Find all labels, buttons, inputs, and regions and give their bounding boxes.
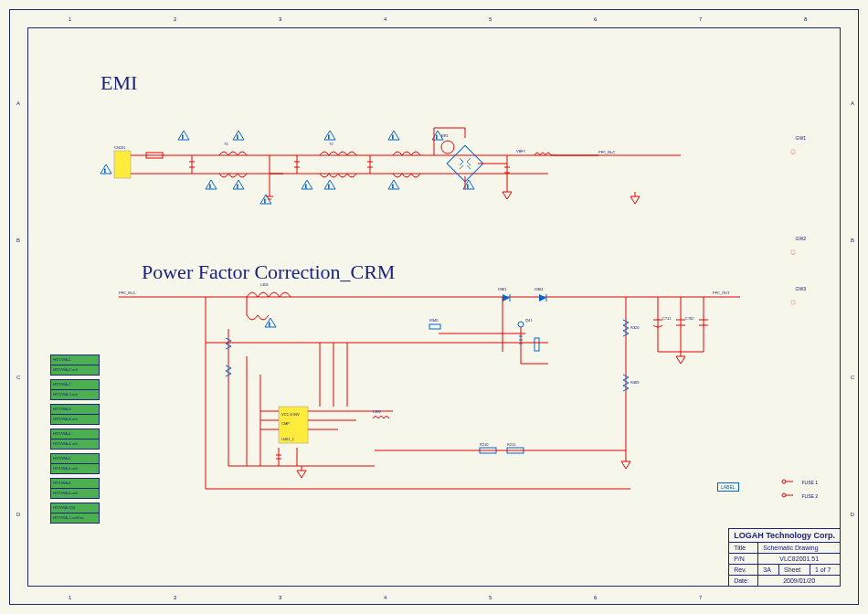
ruler-C-left: C <box>16 375 20 380</box>
ruler-5-top: 5 <box>489 16 492 22</box>
fiducial-gw3 <box>790 292 799 300</box>
ruler-8-top: 8 <box>804 16 807 22</box>
sheet-ref-5b: HOT/VIA-5-sch <box>50 463 100 474</box>
svg-point-105 <box>782 480 786 483</box>
svg-rect-104 <box>791 301 795 304</box>
sheet-label: Sheet <box>778 565 810 576</box>
fuse-1-label: FUSE 1 <box>801 480 818 485</box>
pn-label: P/N <box>729 554 758 565</box>
title-value: Schematic Drawing <box>758 543 841 554</box>
company-name: LOGAH Technology Corp. <box>729 529 841 543</box>
ruler-4-top: 4 <box>384 16 386 22</box>
section-pfc-title: Power Factor Correction_CRM <box>142 260 395 284</box>
ruler-A-left: A <box>16 101 20 106</box>
ruler-B-left: B <box>16 238 20 243</box>
ruler-3-bot: 3 <box>279 595 281 600</box>
rev-label: Rev. <box>729 565 758 576</box>
ruler-B-right: B <box>851 238 854 243</box>
ruler-D-left: D <box>16 512 20 517</box>
ruler-7-bot: 7 <box>699 595 702 600</box>
fiducial-gw2-label: GW2 <box>796 236 806 241</box>
ruler-5-bot: 5 <box>489 595 492 600</box>
fiducial-gw1-label: GW1 <box>796 135 806 141</box>
ruler-D-right: D <box>851 512 854 517</box>
sheet-ref-2b: HOT/VIA-7-sch <box>50 389 100 400</box>
ruler-3-top: 3 <box>279 16 281 22</box>
ruler-A-right: A <box>851 101 854 106</box>
fuse-2-icon <box>780 492 793 499</box>
pn-value: VLC82001.51 <box>758 554 841 565</box>
fiducial-gw1 <box>790 142 799 149</box>
ruler-6-top: 6 <box>594 16 597 22</box>
sheet-value: 1 of 7 <box>810 565 840 576</box>
sheet-ref-3b: HOT/VIA-3-sch <box>50 414 100 425</box>
sheet-ref-6b: HOT/VIA-6-sch <box>50 488 100 499</box>
sheet-ref-7b: HOT/VIA-7-schDoc <box>50 513 100 524</box>
ruler-1-bot: 1 <box>69 595 71 600</box>
rev-value: 3A <box>758 565 779 576</box>
ruler-C-right: C <box>851 375 854 380</box>
title-block: LOGAH Technology Corp. Title Schematic D… <box>728 528 841 587</box>
svg-rect-100 <box>791 150 795 154</box>
date-label: Date: <box>729 576 758 587</box>
fuse-2-label: FUSE 2 <box>801 493 818 499</box>
title-label: Title <box>729 543 758 554</box>
ruler-4-bot: 4 <box>384 595 386 600</box>
label-box: LABEL <box>717 482 739 492</box>
ruler-7-top: 7 <box>699 16 702 22</box>
fiducial-gw2 <box>790 242 799 249</box>
frame-inner <box>27 27 841 587</box>
date-value: 2009/01/20 <box>758 576 841 587</box>
ruler-1-top: 1 <box>69 16 71 22</box>
fiducial-gw3-label: GW3 <box>796 286 806 291</box>
sheet-ref-4b: HOT/VIA-4-sch <box>50 439 100 450</box>
svg-point-107 <box>782 493 786 497</box>
ruler-2-top: 2 <box>174 16 176 22</box>
svg-rect-102 <box>791 250 795 254</box>
fuse-1-icon <box>780 478 793 485</box>
ruler-6-bot: 6 <box>594 595 597 600</box>
ruler-2-bot: 2 <box>174 595 176 600</box>
sheet-ref-1b: HOT/VIA-2-sch <box>50 365 100 376</box>
section-emi-title: EMI <box>101 71 137 95</box>
